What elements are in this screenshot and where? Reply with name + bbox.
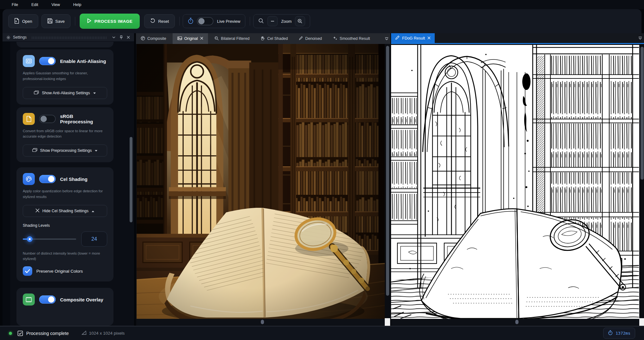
hide-cel-shading-settings-button[interactable]: Hide Cel Shading Settings [23,205,107,217]
open-label: Open [22,19,32,24]
layers-icon [34,90,39,96]
show-anti-aliasing-settings-button[interactable]: Show Anti-Aliasing Settings [23,87,107,99]
srgb-document-icon [23,113,35,125]
srgb-preprocessing-card: sRGB Preprocessing Convert from sRGB col… [16,107,113,163]
settings-scrollbar[interactable] [130,137,132,222]
stopwatch-icon [608,330,613,336]
ruler-icon [82,331,87,336]
image-viewer-panel: Composite Original Bilateral Filtered Ce… [136,33,390,326]
settings-panel-title: Settings [13,35,27,40]
close-icon[interactable] [126,35,131,40]
play-icon [87,18,91,24]
image-icon [177,36,182,41]
viewer-scrollbar-corner [385,318,390,326]
tab-list-dropdown-icon[interactable] [385,33,389,44]
magnifier-sparkle-icon [214,36,219,41]
settings-scroll-area[interactable]: Enable Anti-Aliasing Applies Gaussian sm… [3,42,134,326]
zoom-out-button[interactable] [267,16,278,26]
tab-label: Bilateral Filtered [221,36,249,41]
tab-composite[interactable]: Composite [136,33,171,44]
tab-label: Denoised [305,36,322,41]
tab-list-dropdown-icon[interactable] [638,33,642,43]
viewer-horizontal-scrollbar[interactable] [137,319,385,325]
composite-icon [141,36,145,41]
shading-levels-value[interactable]: 24 [81,232,107,247]
toolbar-divider [250,17,250,26]
toggle-knob [40,116,47,122]
pencil-icon [395,35,400,41]
toggle-knob [48,58,54,64]
film-frame-icon [23,294,35,306]
status-text: Processing complete [26,331,69,336]
scrollbar-thumb[interactable] [261,320,264,324]
result-vertical-scrollbar[interactable] [640,46,644,318]
app-window: File Edit View Help Open Save PROCESS IM… [0,0,644,340]
shading-levels-slider[interactable] [23,238,76,240]
reset-button[interactable]: Reset [144,14,175,28]
status-bar: Processing complete 1024 x 1024 pixels 1… [0,326,644,340]
anti-aliasing-toggle[interactable] [39,57,56,65]
composite-overlay-card: Composite Overlay [16,288,113,326]
hide-cel-shading-settings-label: Hide Cel Shading Settings [42,209,89,213]
composite-overlay-toggle[interactable] [39,295,56,304]
close-tab-icon[interactable] [200,36,203,41]
menu-file[interactable]: File [5,1,25,9]
tab-smoothed-result[interactable]: Smoothed Result [328,33,375,44]
zoom-in-button[interactable] [295,16,305,26]
close-tab-icon[interactable] [427,36,431,40]
chevron-down-icon[interactable] [111,35,116,40]
tab-denoised[interactable]: Denoised [294,33,327,44]
live-preview-toggle[interactable] [197,17,213,25]
toolbar-divider [179,17,180,26]
palette-icon [23,173,35,185]
processing-time-text: 1372ms [616,331,630,336]
tab-label: Composite [147,36,166,41]
pin-icon[interactable] [119,35,124,40]
viewer-vertical-scrollbar[interactable] [385,45,390,318]
chevron-down-icon [95,148,98,153]
toolbar: Open Save PROCESS IMAGE Reset Live Previ… [3,9,641,33]
srgb-toggle[interactable] [39,115,56,123]
scrollbar-thumb[interactable] [515,320,518,324]
chevron-down-icon [93,91,96,95]
menu-edit[interactable]: Edit [25,1,45,9]
scrollbar-thumb[interactable] [641,47,644,180]
processing-time-badge: 1372ms [603,328,635,339]
stopwatch-icon [188,18,193,25]
zoom-label: Zoom [281,19,291,24]
result-scrollbar-corner [639,318,644,326]
anti-aliasing-description: Applies Gaussian smoothing for cleaner, … [23,71,107,82]
save-button[interactable]: Save [41,14,71,28]
show-anti-aliasing-settings-label: Show Anti-Aliasing Settings [42,91,90,95]
show-preprocessing-settings-button[interactable]: Show Preprocessing Settings [23,145,107,157]
image-dimensions: 1024 x 1024 pixels [82,331,125,336]
checkbox-complete-icon [17,331,23,336]
shading-levels-note: Number of distinct intensity levels (low… [23,251,107,262]
tab-fdog-result[interactable]: FDoG Result [391,33,435,43]
scrollbar-thumb[interactable] [386,46,389,296]
open-button[interactable]: Open [8,14,38,28]
result-horizontal-scrollbar[interactable] [391,319,639,325]
preserve-colors-checkbox[interactable] [23,266,32,276]
cel-shaded-icon [261,36,265,41]
menu-help[interactable]: Help [67,1,88,9]
live-preview-label: Live Preview [217,19,240,24]
tab-label: Original [184,36,198,41]
open-file-icon [14,18,19,25]
sparkles-icon [333,36,337,41]
fdog-result-viewport[interactable] [391,45,639,319]
save-floppy-icon [47,18,52,24]
slider-thumb[interactable] [27,236,33,242]
layers-icon [32,148,37,153]
tab-original[interactable]: Original [173,33,208,44]
process-image-button[interactable]: PROCESS IMAGE [80,14,140,29]
tab-cel-shaded[interactable]: Cel Shaded [256,33,292,44]
tab-bilateral-filtered[interactable]: Bilateral Filtered [210,33,254,44]
settings-panel-header[interactable]: Settings [3,33,134,42]
show-preprocessing-settings-label: Show Preprocessing Settings [40,148,92,153]
original-image-viewport[interactable] [137,44,385,319]
menu-view[interactable]: View [45,1,67,9]
cel-shading-toggle[interactable] [39,175,56,183]
composite-overlay-title: Composite Overlay [60,297,103,302]
toggle-knob [198,18,205,24]
